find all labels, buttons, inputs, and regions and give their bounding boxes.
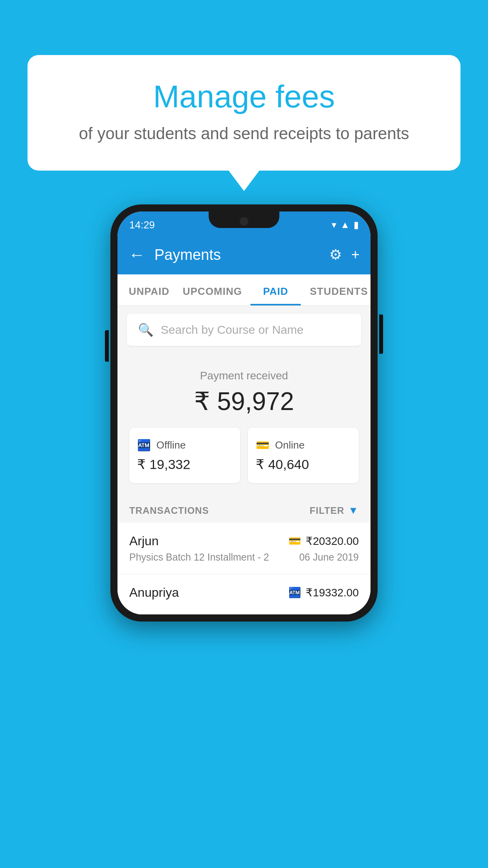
card-payment-icon: 💳 <box>288 535 301 547</box>
search-bar[interactable]: 🔍 Search by Course or Name <box>127 314 361 346</box>
tab-upcoming[interactable]: UPCOMING <box>181 274 244 305</box>
transactions-list: Arjun 💳 ₹20320.00 Physics Batch 12 Insta… <box>117 523 371 614</box>
online-label: Online <box>275 439 305 451</box>
filter-label: FILTER <box>310 505 344 516</box>
online-card-header: 💳 Online <box>256 439 351 452</box>
search-icon: 🔍 <box>138 322 154 337</box>
signal-icon: ▲ <box>340 219 350 230</box>
transactions-label: TRANSACTIONS <box>129 505 209 516</box>
transaction-name: Arjun <box>129 534 159 548</box>
transaction-amount: ₹19332.00 <box>306 586 359 599</box>
online-amount: ₹ 40,640 <box>256 456 351 472</box>
online-icon: 💳 <box>256 439 270 452</box>
back-button[interactable]: ← <box>128 245 145 264</box>
tab-unpaid[interactable]: UNPAID <box>117 274 181 305</box>
status-time: 14:29 <box>129 219 155 231</box>
search-container: 🔍 Search by Course or Name <box>117 306 371 354</box>
app-bar: ← Payments ⚙ + <box>117 235 371 274</box>
settings-button[interactable]: ⚙ <box>329 246 342 263</box>
wifi-icon: ▾ <box>332 219 336 230</box>
bubble-subtitle: of your students and send receipts to pa… <box>59 124 429 143</box>
offline-payment-icon: 🏧 <box>288 587 301 599</box>
offline-card: 🏧 Offline ₹ 19,332 <box>129 428 240 483</box>
status-icons: ▾ ▲ ▮ <box>332 219 359 230</box>
payment-label: Payment received <box>129 370 359 382</box>
transaction-row1: Anupriya 🏧 ₹19332.00 <box>129 585 359 600</box>
app-bar-icons: ⚙ + <box>329 246 360 263</box>
transaction-date: 06 June 2019 <box>299 552 359 563</box>
transactions-header: TRANSACTIONS FILTER ▼ <box>117 495 371 523</box>
table-row[interactable]: Anupriya 🏧 ₹19332.00 <box>117 574 371 614</box>
offline-label: Offline <box>156 439 186 451</box>
bubble-title: Manage fees <box>59 79 429 115</box>
app-bar-title: Payments <box>154 246 320 263</box>
transaction-row2: Physics Batch 12 Installment - 2 06 June… <box>129 552 359 563</box>
payment-amount: ₹ 59,972 <box>129 387 359 416</box>
speech-bubble: Manage fees of your students and send re… <box>28 55 460 171</box>
filter-button[interactable]: FILTER ▼ <box>310 504 359 517</box>
transaction-row1: Arjun 💳 ₹20320.00 <box>129 534 359 548</box>
tab-paid[interactable]: PAID <box>244 274 307 305</box>
phone-camera <box>240 217 248 226</box>
offline-icon: 🏧 <box>137 439 151 452</box>
phone-notch <box>209 211 279 228</box>
offline-amount: ₹ 19,332 <box>137 456 232 472</box>
table-row[interactable]: Arjun 💳 ₹20320.00 Physics Batch 12 Insta… <box>117 523 371 574</box>
phone-screen: 14:29 ▾ ▲ ▮ ← Payments ⚙ + UNPAID <box>117 211 371 614</box>
phone-mockup: 14:29 ▾ ▲ ▮ ← Payments ⚙ + UNPAID <box>110 204 378 622</box>
battery-icon: ▮ <box>354 219 359 230</box>
transaction-name: Anupriya <box>129 585 179 600</box>
offline-card-header: 🏧 Offline <box>137 439 232 452</box>
transaction-amount-wrap: 💳 ₹20320.00 <box>288 535 359 548</box>
transaction-desc: Physics Batch 12 Installment - 2 <box>129 552 269 563</box>
phone-outer: 14:29 ▾ ▲ ▮ ← Payments ⚙ + UNPAID <box>110 204 378 622</box>
speech-bubble-container: Manage fees of your students and send re… <box>28 55 460 171</box>
search-input[interactable]: Search by Course or Name <box>161 323 304 337</box>
online-card: 💳 Online ₹ 40,640 <box>248 428 359 483</box>
payment-received-section: Payment received ₹ 59,972 🏧 Offline ₹ 19… <box>117 354 371 495</box>
tab-students[interactable]: STUDENTS <box>307 274 371 305</box>
transaction-amount-wrap: 🏧 ₹19332.00 <box>288 586 359 599</box>
payment-cards: 🏧 Offline ₹ 19,332 💳 Online ₹ 40,640 <box>129 428 359 483</box>
add-button[interactable]: + <box>351 246 360 263</box>
tabs-container: UNPAID UPCOMING PAID STUDENTS <box>117 274 371 306</box>
filter-icon: ▼ <box>348 504 359 517</box>
transaction-amount: ₹20320.00 <box>306 535 359 548</box>
